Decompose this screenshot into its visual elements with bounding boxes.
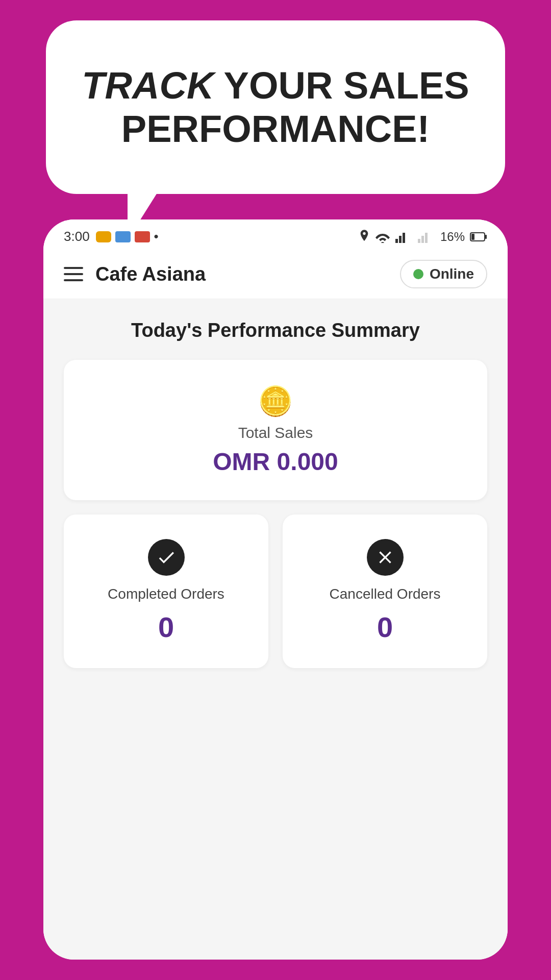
cancelled-icon (367, 539, 404, 576)
hero-line2: PERFORMANCE! (121, 108, 430, 150)
wifi-icon (375, 231, 390, 243)
menu-button[interactable] (64, 267, 83, 281)
phone-frame: 3:00 • 16% (43, 219, 508, 960)
online-status-badge[interactable]: Online (400, 260, 487, 288)
nav-left: Cafe Asiana (64, 263, 206, 285)
svg-rect-5 (425, 233, 428, 243)
location-icon (359, 230, 370, 244)
svg-rect-4 (421, 236, 424, 243)
orders-grid: Completed Orders 0 Cancelled Orders 0 (64, 514, 487, 668)
svg-rect-0 (395, 239, 398, 243)
coin-icon: 🪙 (84, 384, 467, 418)
total-sales-label: Total Sales (84, 424, 467, 442)
svg-rect-3 (418, 239, 420, 243)
hero-section: TRACK YOUR SALES PERFORMANCE! (0, 0, 551, 219)
notification-dot: • (154, 229, 159, 244)
completed-orders-count: 0 (79, 610, 253, 644)
svg-rect-1 (399, 236, 402, 243)
total-sales-card: 🪙 Total Sales OMR 0.000 (64, 360, 487, 500)
cafe-name: Cafe Asiana (95, 263, 206, 285)
battery-percent: 16% (440, 230, 465, 244)
nav-bar: Cafe Asiana Online (43, 250, 508, 299)
main-content: Today's Performance Summary 🪙 Total Sale… (43, 299, 508, 960)
hero-text: TRACK YOUR SALES PERFORMANCE! (82, 64, 469, 151)
cancelled-orders-card: Cancelled Orders 0 (283, 514, 487, 668)
total-sales-value: OMR 0.000 (84, 448, 467, 476)
hero-line1-rest: YOUR SALES (214, 64, 469, 107)
svg-rect-7 (485, 235, 487, 239)
app-icon-3 (135, 231, 150, 242)
battery-icon (470, 232, 487, 242)
app-icon-2 (115, 231, 131, 242)
status-icons: • (96, 229, 159, 244)
svg-rect-8 (471, 234, 474, 240)
checkmark-icon (156, 547, 177, 568)
online-label: Online (430, 266, 474, 282)
hamburger-line-3 (64, 279, 83, 281)
x-icon (375, 547, 395, 568)
status-left: 3:00 • (64, 229, 159, 244)
status-bar: 3:00 • 16% (43, 219, 508, 250)
time-display: 3:00 (64, 229, 90, 244)
cancelled-orders-label: Cancelled Orders (298, 586, 472, 602)
completed-icon (148, 539, 185, 576)
speech-bubble: TRACK YOUR SALES PERFORMANCE! (46, 20, 505, 194)
app-icon-1 (96, 231, 111, 242)
section-title: Today's Performance Summary (64, 320, 487, 341)
hamburger-line-2 (64, 273, 83, 275)
completed-orders-card: Completed Orders 0 (64, 514, 268, 668)
hamburger-line-1 (64, 267, 83, 269)
signal-icon (395, 231, 413, 243)
online-dot (413, 269, 423, 279)
signal-icon-2 (418, 231, 435, 243)
svg-rect-2 (403, 233, 405, 243)
cancelled-orders-count: 0 (298, 610, 472, 644)
hero-bold: TRACK (82, 64, 214, 107)
status-right: 16% (359, 230, 487, 244)
completed-orders-label: Completed Orders (79, 586, 253, 602)
